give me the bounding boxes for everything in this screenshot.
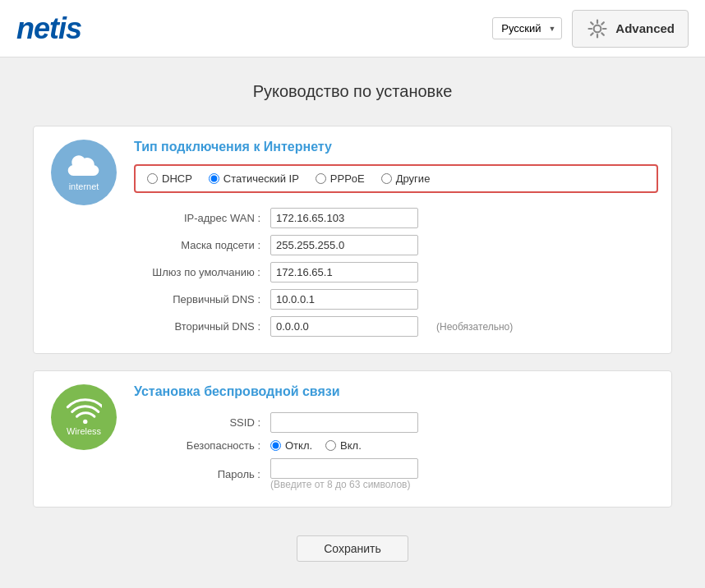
- wan-ip-input[interactable]: [270, 208, 418, 228]
- table-row: Пароль : (Введите от 8 до 63 символов): [134, 455, 658, 494]
- security-on-text: Вкл.: [340, 439, 362, 452]
- save-button[interactable]: Сохранить: [297, 535, 408, 562]
- subnet-input[interactable]: [270, 235, 418, 255]
- wireless-section: Wireless Установка беспроводной связи SS…: [33, 370, 672, 508]
- table-row: Первичный DNS :: [134, 286, 658, 313]
- internet-section-heading: Тип подключения к Интернету: [134, 140, 658, 154]
- wan-ip-label: IP-адрес WAN :: [134, 204, 265, 232]
- other-label: Другие: [396, 172, 431, 185]
- logo: netis: [16, 11, 81, 46]
- connection-type-row: DHCP Статический IP PPPoE Другие: [134, 164, 658, 193]
- pppoe-label: PPPoE: [330, 172, 365, 185]
- ssid-cell: [265, 409, 430, 436]
- subnet-label: Маска подсети :: [134, 232, 265, 259]
- svg-point-1: [83, 420, 87, 424]
- primary-dns-input[interactable]: [270, 289, 418, 310]
- language-selector-wrapper: Русский English 中文: [492, 17, 562, 39]
- ssid-input[interactable]: [270, 412, 418, 433]
- security-on-radio[interactable]: [325, 440, 336, 451]
- gateway-label: Шлюз по умолчанию :: [134, 259, 265, 286]
- advanced-button[interactable]: Advanced: [572, 10, 689, 48]
- dhcp-radio[interactable]: [147, 173, 158, 184]
- logo-text: netis: [16, 11, 81, 45]
- security-row: Откл. Вкл.: [270, 439, 425, 452]
- gear-icon: [586, 17, 609, 40]
- internet-icon-label: internet: [69, 181, 99, 191]
- password-cell: (Введите от 8 до 63 символов): [265, 455, 430, 494]
- advanced-label: Advanced: [615, 21, 675, 35]
- table-row: Вторичный DNS : (Необязательно): [134, 313, 658, 340]
- table-row: Шлюз по умолчанию :: [134, 259, 658, 286]
- static-ip-radio-label[interactable]: Статический IP: [209, 172, 299, 185]
- gateway-note: [430, 259, 658, 286]
- primary-dns-cell: [265, 286, 430, 313]
- security-label: Безопасность :: [134, 436, 265, 455]
- internet-icon-circle: internet: [51, 140, 117, 205]
- internet-form-table: IP-адрес WAN : Маска подсети :: [134, 204, 658, 340]
- header: netis Русский English 中文 Advanced: [0, 0, 705, 57]
- static-ip-radio[interactable]: [209, 173, 219, 184]
- password-input[interactable]: [270, 458, 418, 479]
- gateway-cell: [265, 259, 430, 286]
- wifi-icon: [66, 398, 102, 425]
- security-off-radio[interactable]: [270, 440, 281, 451]
- other-radio-label[interactable]: Другие: [381, 172, 431, 185]
- subnet-cell: [265, 232, 430, 259]
- save-area: Сохранить: [33, 524, 672, 567]
- security-on-label[interactable]: Вкл.: [325, 439, 362, 452]
- main-content: Руководство по установке internet Тип по…: [0, 57, 705, 583]
- static-ip-label: Статический IP: [223, 172, 299, 185]
- internet-section: internet Тип подключения к Интернету DHC…: [33, 126, 672, 354]
- password-hint: (Введите от 8 до 63 символов): [270, 479, 425, 490]
- page-title: Руководство по установке: [33, 74, 672, 109]
- subnet-note: [430, 232, 658, 259]
- secondary-dns-note: (Необязательно): [430, 313, 658, 340]
- wireless-icon-area: Wireless: [47, 384, 121, 450]
- security-off-label[interactable]: Откл.: [270, 439, 312, 452]
- wireless-form-table: SSID : Безопасность : Откл.: [134, 409, 658, 494]
- primary-dns-note: [430, 286, 658, 313]
- dhcp-label: DHCP: [162, 172, 192, 185]
- wireless-icon-label: Wireless: [67, 426, 101, 436]
- other-radio[interactable]: [381, 173, 392, 184]
- svg-point-0: [594, 25, 601, 32]
- dhcp-radio-label[interactable]: DHCP: [147, 172, 192, 185]
- header-right: Русский English 中文 Advanced: [492, 10, 689, 48]
- wireless-icon-circle: Wireless: [51, 384, 117, 450]
- internet-section-content: internet Тип подключения к Интернету DHC…: [34, 126, 671, 353]
- table-row: Маска подсети :: [134, 232, 658, 259]
- wireless-section-body: Установка беспроводной связи SSID : Безо…: [134, 384, 658, 494]
- security-off-text: Откл.: [285, 439, 312, 452]
- secondary-dns-input[interactable]: [270, 316, 418, 337]
- pppoe-radio-label[interactable]: PPPoE: [316, 172, 365, 185]
- internet-icon-area: internet: [47, 140, 121, 205]
- security-cell: Откл. Вкл.: [265, 436, 430, 455]
- cloud-icon: [66, 154, 102, 180]
- secondary-dns-cell: [265, 313, 430, 340]
- language-select[interactable]: Русский English 中文: [492, 17, 562, 39]
- secondary-dns-label: Вторичный DNS :: [134, 313, 265, 340]
- wireless-section-heading: Установка беспроводной связи: [134, 384, 658, 399]
- table-row: SSID :: [134, 409, 658, 436]
- gateway-input[interactable]: [270, 262, 418, 283]
- wan-ip-cell: [265, 204, 430, 232]
- internet-section-body: Тип подключения к Интернету DHCP Статиче…: [134, 140, 658, 340]
- table-row: Безопасность : Откл. Вкл.: [134, 436, 658, 455]
- password-label: Пароль :: [134, 455, 265, 494]
- table-row: IP-адрес WAN :: [134, 204, 658, 232]
- pppoe-radio[interactable]: [316, 173, 326, 184]
- wan-ip-note: [430, 204, 658, 232]
- wireless-section-content: Wireless Установка беспроводной связи SS…: [34, 371, 671, 507]
- primary-dns-label: Первичный DNS :: [134, 286, 265, 313]
- ssid-label: SSID :: [134, 409, 265, 436]
- password-input-wrapper: (Введите от 8 до 63 символов): [270, 458, 425, 490]
